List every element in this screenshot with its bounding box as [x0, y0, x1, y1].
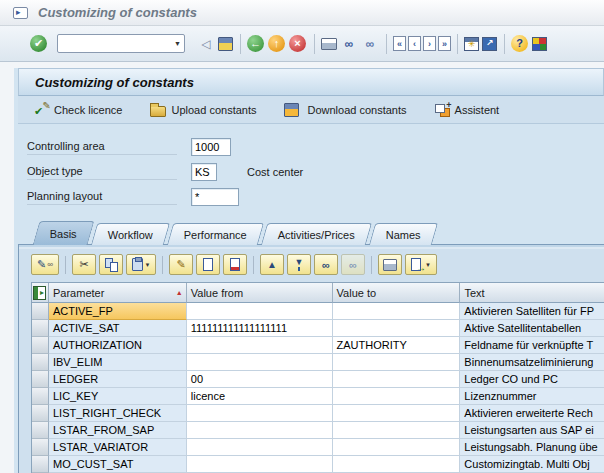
- parameter-cell[interactable]: IBV_ELIM: [49, 354, 187, 371]
- enter-button[interactable]: ✔: [30, 35, 47, 52]
- grid-print-button[interactable]: [378, 254, 402, 275]
- value-to-cell[interactable]: [333, 439, 461, 456]
- next-page-button[interactable]: ›: [423, 36, 436, 51]
- row-selector[interactable]: [32, 337, 49, 354]
- value-from-cell[interactable]: [187, 405, 333, 422]
- cancel-button[interactable]: ×: [289, 35, 306, 52]
- value-to-cell[interactable]: [333, 354, 461, 371]
- cut-button[interactable]: ✂: [72, 254, 96, 275]
- export-button[interactable]: → ▼: [405, 254, 437, 275]
- download-constants-button[interactable]: Download constants: [284, 103, 406, 117]
- create-shortcut-button[interactable]: ↗: [482, 37, 497, 51]
- check-licence-button[interactable]: ✎ ✔ Check licence: [34, 103, 122, 117]
- text-cell[interactable]: Lizenznummer: [460, 388, 604, 405]
- value-to-cell[interactable]: [333, 303, 461, 320]
- paste-button[interactable]: ▼: [126, 254, 156, 275]
- copy-button[interactable]: [99, 254, 123, 275]
- grid-find-next-button[interactable]: ∞: [341, 254, 365, 275]
- parameter-cell[interactable]: ACTIVE_SAT: [49, 320, 187, 337]
- column-header-text[interactable]: Text: [460, 283, 604, 303]
- find-next-button[interactable]: ∞: [361, 35, 379, 53]
- customize-layout-button[interactable]: [532, 37, 547, 51]
- value-from-cell[interactable]: 00: [187, 371, 333, 388]
- delete-row-button[interactable]: [223, 254, 247, 275]
- column-header-value-to[interactable]: Value to: [333, 283, 461, 303]
- parameter-cell[interactable]: LSTAR_FROM_SAP: [49, 422, 187, 439]
- row-selector[interactable]: [32, 422, 49, 439]
- text-cell[interactable]: Ledger CO und PC: [460, 371, 604, 388]
- select-all-header[interactable]: ▸: [32, 283, 49, 303]
- text-cell[interactable]: Feldname für verknüpfte T: [460, 337, 604, 354]
- first-page-button[interactable]: «: [393, 36, 406, 51]
- tab-performance[interactable]: Performance: [167, 223, 264, 245]
- parameter-cell[interactable]: LIC_KEY: [49, 388, 187, 405]
- object-type-field[interactable]: KS: [191, 163, 217, 181]
- value-to-cell[interactable]: [333, 371, 461, 388]
- window-icon[interactable]: ▸: [13, 7, 28, 19]
- tab-basis[interactable]: Basis: [33, 221, 95, 245]
- save-button[interactable]: [218, 37, 233, 51]
- parameter-cell[interactable]: LSTAR_VARIATOR: [49, 439, 187, 456]
- text-cell[interactable]: Aktivieren Satelliten für FP: [460, 303, 604, 320]
- tab-activities-prices[interactable]: Activities/Prices: [261, 223, 372, 245]
- assistent-button[interactable]: + Assistent: [435, 103, 500, 117]
- row-selector[interactable]: [32, 388, 49, 405]
- parameter-cell[interactable]: LEDGER: [49, 371, 187, 388]
- edit-button[interactable]: ✎: [169, 254, 193, 275]
- value-from-cell[interactable]: [187, 422, 333, 439]
- sort-descending-button[interactable]: ▼: [287, 254, 311, 275]
- row-selector[interactable]: [32, 456, 49, 473]
- column-header-parameter[interactable]: Parameter ▲: [49, 283, 187, 303]
- row-selector[interactable]: [32, 320, 49, 337]
- value-from-cell[interactable]: [187, 354, 333, 371]
- exit-button[interactable]: ↑: [268, 35, 285, 52]
- value-to-cell[interactable]: [333, 320, 461, 337]
- text-cell[interactable]: Leistungsabh. Planung übe: [460, 439, 604, 456]
- row-selector[interactable]: [32, 371, 49, 388]
- value-from-cell[interactable]: [187, 303, 333, 320]
- value-to-cell[interactable]: [333, 422, 461, 439]
- controlling-area-field[interactable]: 1000: [191, 138, 231, 156]
- tab-names[interactable]: Names: [369, 223, 438, 245]
- value-from-cell[interactable]: [187, 337, 333, 354]
- display-change-button[interactable]: ✎∞: [31, 254, 59, 275]
- text-cell[interactable]: Customizingtab. Multi Obj: [460, 456, 604, 473]
- parameter-cell[interactable]: MO_CUST_SAT: [49, 456, 187, 473]
- grid-find-button[interactable]: ∞: [314, 254, 338, 275]
- last-page-button[interactable]: »: [438, 36, 451, 51]
- insert-row-button[interactable]: [196, 254, 220, 275]
- text-cell[interactable]: Aktive Satellitentabellen: [460, 320, 604, 337]
- value-to-cell[interactable]: [333, 456, 461, 473]
- parameter-cell[interactable]: ACTIVE_FP: [49, 303, 187, 320]
- find-button[interactable]: ∞: [340, 35, 358, 53]
- row-selector[interactable]: [32, 303, 49, 320]
- row-selector[interactable]: [32, 354, 49, 371]
- previous-page-button[interactable]: ‹: [408, 36, 421, 51]
- parameter-cell[interactable]: LIST_RIGHT_CHECK: [49, 405, 187, 422]
- planning-layout-field[interactable]: *: [191, 188, 239, 206]
- print-button[interactable]: [321, 38, 337, 50]
- back-button[interactable]: ←: [247, 35, 264, 52]
- value-from-cell[interactable]: 111111111111111111: [187, 320, 333, 337]
- value-to-cell[interactable]: [333, 405, 461, 422]
- sort-ascending-button[interactable]: ▲: [260, 254, 284, 275]
- help-button[interactable]: ?: [511, 35, 528, 52]
- text-cell[interactable]: Binnenumsatzeliminierung: [460, 354, 604, 371]
- value-from-cell[interactable]: [187, 439, 333, 456]
- parameter-cell[interactable]: AUTHORIZATION: [49, 337, 187, 354]
- command-history-icon[interactable]: ▼: [171, 40, 184, 47]
- tab-workflow[interactable]: Workflow: [91, 223, 170, 245]
- text-cell[interactable]: Aktivieren erweiterte Rech: [460, 405, 604, 422]
- new-session-button[interactable]: ✳: [464, 37, 479, 51]
- column-header-value-from[interactable]: Value from: [187, 283, 333, 303]
- collapse-command-icon[interactable]: ◁: [197, 35, 215, 53]
- text-cell[interactable]: Leistungsarten aus SAP ei: [460, 422, 604, 439]
- value-to-cell[interactable]: ZAUTHORITY: [333, 337, 461, 354]
- row-selector[interactable]: [32, 405, 49, 422]
- row-selector[interactable]: [32, 439, 49, 456]
- value-from-cell[interactable]: [187, 456, 333, 473]
- value-to-cell[interactable]: [333, 388, 461, 405]
- value-from-cell[interactable]: licence: [187, 388, 333, 405]
- upload-constants-button[interactable]: Upload constants: [150, 103, 256, 117]
- command-input[interactable]: [58, 36, 171, 51]
